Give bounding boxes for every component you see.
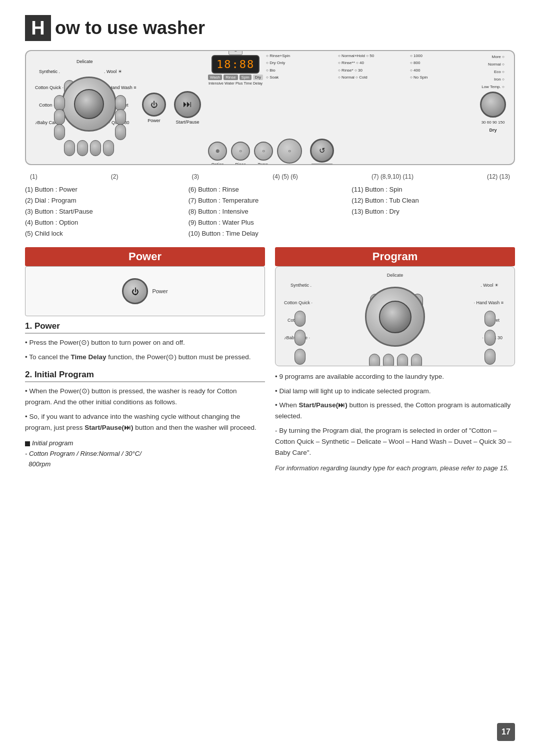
rinse-button-label: Rinse xyxy=(235,162,246,165)
dry-labels: Time Dry More ○ Normal ○ Eco ○ Iron ○ Lo… xyxy=(482,50,504,91)
spin-button[interactable]: ○ xyxy=(277,139,302,164)
power-content: • Press the Power(⊙) button to turn powe… xyxy=(25,337,265,363)
rdial-inner xyxy=(379,301,412,333)
indicator-wash: Wash xyxy=(208,75,222,80)
button-refs-col1: (1) Button : Power (2) Dial : Program (3… xyxy=(25,184,188,239)
dry-num-labels: 30 60 90 150 xyxy=(482,119,505,126)
page-title: ow to use washer xyxy=(55,18,205,39)
start-pause-label: Start/Pause xyxy=(176,120,199,125)
rdial-oval-b1[interactable] xyxy=(369,354,380,366)
rdial-oval-b4[interactable] xyxy=(411,354,422,366)
left-col: ⏻ Power 1. Power • Press the Power(⊙) bu… xyxy=(25,266,265,474)
tub-clean-button[interactable]: ↺ xyxy=(310,139,334,163)
program-dial[interactable] xyxy=(62,77,116,132)
tub-clean-label: Tub Clean xyxy=(311,164,334,165)
right-col: Delicate Synthetic . . Wool ☀ Cotton Qui… xyxy=(275,266,515,474)
dial-label-synthetic: Synthetic . xyxy=(39,69,60,74)
rdial-oval-l1[interactable] xyxy=(294,311,306,327)
display-time: 18:88 xyxy=(212,55,260,74)
temp-button[interactable]: ○ xyxy=(254,142,273,161)
button-refs-col2: (6) Button : Rinse (7) Button : Temperat… xyxy=(188,184,352,239)
rdial-oval-r1[interactable] xyxy=(484,311,496,327)
settings-col-2: ○ Rinse*+Hold ○ 60℃ ○ Normal+Hold ○ 50 ○… xyxy=(338,50,405,81)
rdial-oval-l3[interactable] xyxy=(294,349,306,365)
settings-col-3: ○ 1200rpm ○ 1000 ○ 800 ○ 400 ○ No Spin xyxy=(410,50,477,81)
control-panel-diagram: Delicate Synthetic . . Wool ☀ Cotton Qui… xyxy=(25,50,515,165)
sub-power-label: Power xyxy=(152,288,168,294)
oval-btn-b4[interactable] xyxy=(103,140,114,156)
right-program-dial[interactable] xyxy=(365,287,425,347)
dial-label-wool: . Wool ☀ xyxy=(104,69,122,74)
settings-col-1: ○ Pre Wash ○ Rinse+Spin ○ Dry Only ○ Bio… xyxy=(266,50,333,81)
panel-icon: ⊙ xyxy=(228,50,242,55)
rdial-label-handwash: · Hand Wash ≡ xyxy=(474,300,504,305)
oval-btn-b3[interactable] xyxy=(90,140,101,156)
program-italic-note: For information regarding laundry type f… xyxy=(275,463,515,474)
start-pause-button[interactable]: ⏭ xyxy=(174,91,201,118)
indicator-spin: Spin xyxy=(240,75,252,80)
oval-btn-right-3[interactable] xyxy=(115,124,126,140)
power-button-label: Power xyxy=(148,118,160,123)
right-dial-inner: Delicate Synthetic . . Wool ☀ Cotton Qui… xyxy=(282,273,508,360)
initial-program-note: Initial program - Cotton Program / Rinse… xyxy=(25,438,265,469)
dial-inner xyxy=(74,89,104,119)
oval-btn-b2[interactable] xyxy=(77,140,88,156)
indicator-rinse: Rinse xyxy=(224,75,238,80)
start-pause-area: ⏭ Start/Pause xyxy=(174,91,201,125)
program-dial-box: Delicate Synthetic . . Wool ☀ Cotton Qui… xyxy=(275,266,515,366)
sub-power-btn[interactable]: ⏻ xyxy=(122,278,148,304)
display-mode-label: Intensive Water Plus Time Delay xyxy=(208,81,262,86)
dial-label-cottonquick: Cotton Quick · xyxy=(35,85,64,90)
initial-program-content: • When the Power(⊙) button is pressed, t… xyxy=(25,386,265,433)
power-subheading: 1. Power xyxy=(25,321,265,334)
section-headers: Power Program xyxy=(25,247,515,266)
rdial-oval-l2[interactable] xyxy=(294,330,306,346)
page-header: H ow to use washer xyxy=(25,15,515,41)
rdial-oval-r3[interactable] xyxy=(484,349,496,365)
temp-button-label: Temp. xyxy=(258,162,269,165)
rdial-oval-b3[interactable] xyxy=(397,354,408,366)
program-section-header: Program xyxy=(275,247,515,266)
button-refs-col3: (11) Button : Spin (12) Button : Tub Cle… xyxy=(352,184,515,239)
program-bullets: • 9 programs are available according to … xyxy=(275,371,515,458)
rdial-label-synthetic: Synthetic . xyxy=(290,283,312,288)
bottom-cols: ⏻ Power 1. Power • Press the Power(⊙) bu… xyxy=(25,266,515,474)
power-button[interactable]: ⏻ xyxy=(142,93,166,117)
option-button[interactable]: ⊕ xyxy=(208,142,227,161)
dry-label: Dry xyxy=(489,128,496,133)
power-section-header: Power xyxy=(25,247,265,266)
rdial-oval-r2[interactable] xyxy=(484,330,496,346)
panel-numbers: (1) (2) (3) (4) (5) (6) (7) (8,9,10) (11… xyxy=(25,172,515,181)
page-number: 17 xyxy=(497,723,515,741)
rdial-oval-b2[interactable] xyxy=(383,354,394,366)
oval-btn-right-2[interactable] xyxy=(115,109,126,125)
dial-label-delicate: Delicate xyxy=(76,59,93,64)
rdial-label-wool: . Wool ☀ xyxy=(480,283,498,288)
oval-btn-b1[interactable] xyxy=(64,140,75,156)
dry-knob[interactable] xyxy=(480,92,506,118)
button-refs: (1) Button : Power (2) Dial : Program (3… xyxy=(25,184,515,239)
indicator-dry: Dry xyxy=(253,75,263,80)
power-image-box: ⏻ Power xyxy=(25,266,265,316)
initial-program-subheading: 2. Initial Program xyxy=(25,370,265,382)
rinse-button[interactable]: ○ xyxy=(231,142,250,161)
header-H-box: H xyxy=(25,15,51,41)
power-button-area: ⏻ Power xyxy=(142,93,166,123)
oval-btn-left-2[interactable] xyxy=(54,109,65,125)
option-button-label: Option xyxy=(211,162,224,165)
oval-btn-left-3[interactable] xyxy=(54,124,65,140)
dial-label-cotton: Cotton · xyxy=(39,103,55,108)
rdial-label-delicate: Delicate xyxy=(387,273,404,278)
rdial-label-cottonquick: Cotton Quick · xyxy=(284,300,312,305)
